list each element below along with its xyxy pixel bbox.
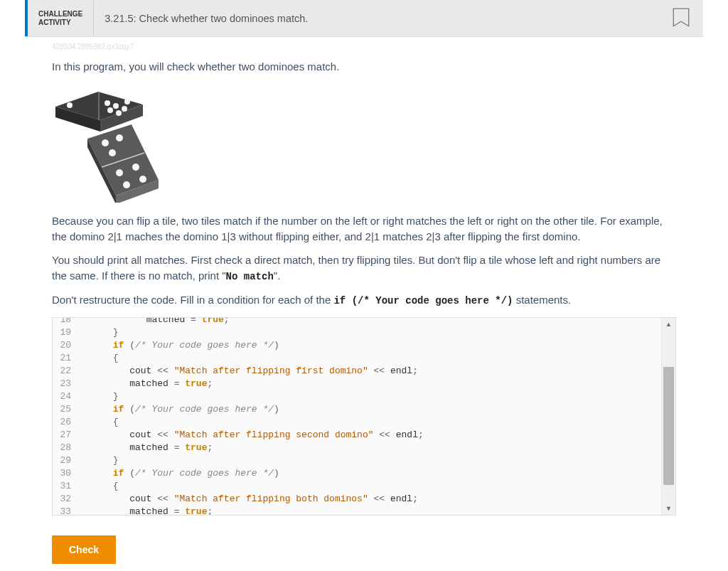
line-number: 23 bbox=[53, 378, 80, 390]
line-number: 18 bbox=[53, 317, 80, 326]
code-text[interactable]: if (/* Your code goes here */) bbox=[80, 339, 675, 352]
code-text[interactable]: } bbox=[80, 326, 675, 339]
code-line[interactable]: 27 cout << "Match after flipping second … bbox=[53, 429, 675, 442]
code-text[interactable]: { bbox=[80, 480, 675, 493]
line-number: 21 bbox=[53, 352, 80, 365]
code-text[interactable]: { bbox=[80, 416, 675, 429]
code-line[interactable]: 26 { bbox=[53, 416, 675, 429]
intro-text: In this program, you will check whether … bbox=[52, 59, 676, 75]
code-text[interactable]: matched = true; bbox=[80, 378, 675, 390]
code-text[interactable]: } bbox=[80, 454, 675, 467]
svg-point-6 bbox=[113, 103, 119, 109]
code-line[interactable]: 20 if (/* Your code goes here */) bbox=[53, 339, 675, 352]
line-number: 29 bbox=[53, 454, 80, 467]
svg-point-5 bbox=[105, 100, 110, 106]
code-text[interactable]: matched = true; bbox=[80, 506, 675, 516]
code-line[interactable]: 30 if (/* Your code goes here */) bbox=[53, 467, 675, 480]
line-number: 26 bbox=[53, 416, 80, 429]
code-text[interactable]: matched = true; bbox=[80, 317, 675, 326]
paragraph-flip-desc: Because you can flip a tile, two tiles m… bbox=[52, 213, 676, 245]
svg-point-15 bbox=[102, 139, 109, 146]
activity-type-label: CHALLENGE ACTIVITY bbox=[28, 10, 93, 27]
line-number: 22 bbox=[53, 365, 80, 378]
svg-point-10 bbox=[124, 99, 130, 105]
scroll-down-arrow[interactable]: ▼ bbox=[662, 502, 675, 515]
code-text[interactable]: matched = true; bbox=[80, 442, 675, 454]
code-scrollbar[interactable]: ▲ ▼ bbox=[661, 318, 675, 515]
code-text[interactable]: cout << "Match after flipping both domin… bbox=[80, 493, 675, 506]
line-number: 19 bbox=[53, 326, 80, 339]
svg-point-7 bbox=[122, 106, 127, 112]
code-text[interactable]: if (/* Your code goes here */) bbox=[80, 467, 675, 480]
code-line[interactable]: 19 } bbox=[53, 326, 675, 339]
code-line[interactable]: 25 if (/* Your code goes here */) bbox=[53, 403, 675, 416]
code-line[interactable]: 28 matched = true; bbox=[53, 442, 675, 454]
svg-point-8 bbox=[107, 107, 113, 113]
activity-title: 3.21.5: Check whether two dominoes match… bbox=[93, 1, 672, 36]
line-number: 31 bbox=[53, 480, 80, 493]
code-line[interactable]: 31 { bbox=[53, 480, 675, 493]
line-number: 25 bbox=[53, 403, 80, 416]
code-line[interactable]: 33 matched = true; bbox=[53, 506, 675, 516]
code-text[interactable]: cout << "Match after flipping second dom… bbox=[80, 429, 675, 442]
svg-point-21 bbox=[139, 176, 146, 183]
line-number: 33 bbox=[53, 506, 80, 516]
line-number: 32 bbox=[53, 493, 80, 506]
line-number: 30 bbox=[53, 467, 80, 480]
svg-point-19 bbox=[132, 164, 139, 171]
svg-point-17 bbox=[109, 149, 116, 156]
svg-point-16 bbox=[116, 134, 123, 142]
line-number: 28 bbox=[53, 442, 80, 454]
activity-header: CHALLENGE ACTIVITY 3.21.5: Check whether… bbox=[25, 0, 703, 36]
check-button[interactable]: Check bbox=[52, 535, 116, 564]
svg-point-20 bbox=[123, 181, 130, 188]
line-number: 20 bbox=[53, 339, 80, 352]
svg-point-9 bbox=[116, 110, 122, 116]
watermark-text: 428934.2895982.qx3zqy7 bbox=[52, 43, 676, 50]
bookmark-icon[interactable] bbox=[672, 8, 690, 29]
scroll-thumb[interactable] bbox=[663, 367, 674, 485]
paragraph-instructions: Don't restructure the code. Fill in a co… bbox=[52, 292, 676, 308]
line-number: 24 bbox=[53, 390, 80, 403]
code-line[interactable]: 23 matched = true; bbox=[53, 378, 675, 390]
code-text[interactable]: if (/* Your code goes here */) bbox=[80, 403, 675, 416]
scroll-up-arrow[interactable]: ▲ bbox=[662, 318, 675, 331]
code-text[interactable]: { bbox=[80, 352, 675, 365]
domino-illustration bbox=[52, 89, 162, 203]
paragraph-print-matches: You should print all matches. First chec… bbox=[52, 252, 676, 284]
svg-point-18 bbox=[116, 169, 123, 176]
code-line[interactable]: 21 { bbox=[53, 352, 675, 365]
code-line[interactable]: 32 cout << "Match after flipping both do… bbox=[53, 493, 675, 506]
code-line[interactable]: 18 matched = true; bbox=[53, 317, 675, 326]
code-text[interactable]: cout << "Match after flipping first domi… bbox=[80, 365, 675, 378]
svg-point-4 bbox=[67, 102, 73, 108]
line-number: 27 bbox=[53, 429, 80, 442]
code-line[interactable]: 24 } bbox=[53, 390, 675, 403]
code-editor[interactable]: 18 matched = true;19 }20 if (/* Your cod… bbox=[52, 317, 676, 516]
code-line[interactable]: 29 } bbox=[53, 454, 675, 467]
code-text[interactable]: } bbox=[80, 390, 675, 403]
activity-content: 428934.2895982.qx3zqy7 In this program, … bbox=[25, 36, 703, 564]
code-line[interactable]: 22 cout << "Match after flipping first d… bbox=[53, 365, 675, 378]
